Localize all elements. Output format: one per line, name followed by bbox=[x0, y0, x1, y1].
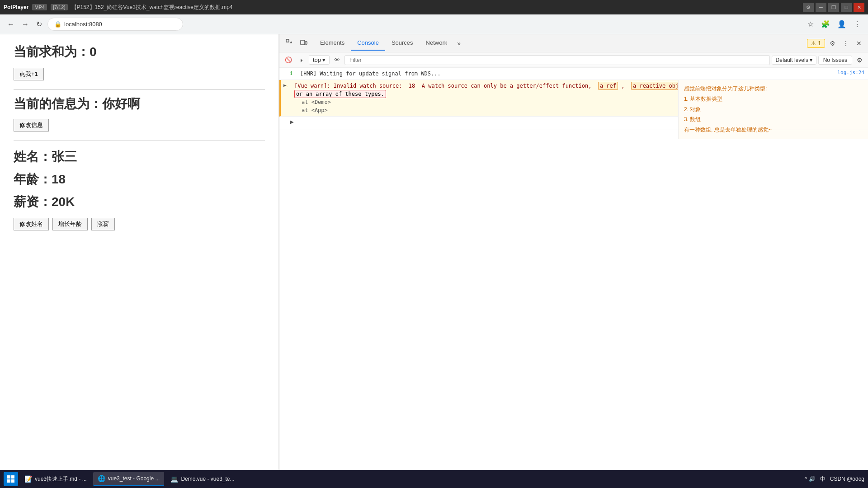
salary-field: 薪资：20K bbox=[14, 193, 265, 211]
edit-name-button[interactable]: 修改姓名 bbox=[14, 218, 49, 230]
expand-more-icon[interactable]: ▶ bbox=[290, 118, 294, 125]
levels-label: Default levels bbox=[776, 57, 808, 63]
tab-sources[interactable]: Sources bbox=[385, 36, 420, 51]
window-controls: ⚙ ─ ❐ □ ✕ bbox=[803, 3, 864, 12]
svg-rect-5 bbox=[7, 479, 10, 483]
device-mode-btn[interactable] bbox=[297, 37, 310, 49]
svg-rect-3 bbox=[7, 475, 10, 479]
context-chevron-icon: ▾ bbox=[322, 56, 326, 63]
devtools-settings-btn[interactable]: ⚙ bbox=[827, 38, 838, 49]
tab-elements[interactable]: Elements bbox=[314, 36, 351, 51]
clear-console-btn[interactable]: 🚫 bbox=[282, 55, 295, 65]
win-close-btn[interactable]: ✕ bbox=[854, 3, 864, 12]
md-icon: 📝 bbox=[24, 475, 32, 483]
bottom-buttons: 修改姓名 增长年龄 涨薪 bbox=[14, 218, 265, 236]
tab-network[interactable]: Network bbox=[420, 36, 454, 51]
context-label: top bbox=[313, 56, 321, 63]
page-content: 当前求和为：0 点我+1 当前的信息为：你好啊 修改信息 姓名：张三 年龄：18… bbox=[0, 34, 279, 488]
warning-badge: ⚠ 1 bbox=[807, 39, 825, 48]
bookmark-star-btn[interactable]: ☆ bbox=[806, 18, 816, 30]
hmr-text: [HMR] Waiting for update signal from WDS… bbox=[300, 70, 441, 77]
console-row-warn: ▶ ⚠ [Vue warn]: Invalid watch source: 18… bbox=[279, 80, 868, 117]
sys-lang[interactable]: 中 bbox=[820, 475, 826, 483]
expand-arrow-icon[interactable]: ▶ bbox=[283, 83, 286, 88]
no-issues-label: No Issues bbox=[818, 56, 852, 65]
taskbar-app-vue3-md[interactable]: 📝 vue3快速上手.md - ... bbox=[20, 472, 91, 486]
hmr-source[interactable]: log.js:24 bbox=[837, 70, 864, 75]
app-name: PotPlayer bbox=[4, 4, 28, 10]
warn-array-highlight: or an array of these types. bbox=[294, 90, 386, 98]
devtools-close-btn[interactable]: ✕ bbox=[854, 38, 864, 49]
tab-console[interactable]: Console bbox=[351, 36, 385, 51]
url-text: localhost:8080 bbox=[64, 21, 102, 28]
message-display: 当前的信息为：你好啊 bbox=[14, 95, 265, 113]
devtools-tabs: Elements Console Sources Network » bbox=[314, 36, 464, 51]
forward-button[interactable]: → bbox=[20, 19, 31, 30]
media-type-badge: MP4 bbox=[32, 4, 47, 10]
name-field: 姓名：张三 bbox=[14, 148, 265, 165]
preserve-log-btn[interactable]: ⏵ bbox=[297, 56, 307, 64]
svg-rect-2 bbox=[305, 42, 307, 44]
edit-info-button[interactable]: 修改信息 bbox=[14, 119, 49, 131]
levels-selector[interactable]: Default levels ▾ bbox=[772, 56, 816, 65]
reload-button[interactable]: ↻ bbox=[34, 18, 44, 30]
filter-input[interactable] bbox=[344, 55, 770, 65]
increment-age-button[interactable]: 增长年龄 bbox=[52, 218, 88, 230]
devtools-toolbar: 🚫 ⏵ top ▾ 👁 Default levels ▾ No Issues ⚙ bbox=[279, 52, 868, 68]
warn-comma: , bbox=[621, 83, 627, 89]
sum-display: 当前求和为：0 bbox=[14, 43, 265, 61]
svg-rect-6 bbox=[11, 479, 14, 483]
main-layout: 当前求和为：0 点我+1 当前的信息为：你好啊 修改信息 姓名：张三 年龄：18… bbox=[0, 34, 868, 488]
hmr-icon: ℹ bbox=[290, 70, 297, 76]
divider-2 bbox=[14, 141, 265, 141]
taskbar-app2-label: vue3_test - Google ... bbox=[108, 475, 160, 482]
svg-rect-1 bbox=[301, 40, 305, 45]
taskbar-app3-label: Demo.vue - vue3_te... bbox=[181, 476, 234, 482]
win-restore-btn[interactable]: ❐ bbox=[828, 3, 839, 12]
divider-1 bbox=[14, 89, 265, 90]
chrome-icon: 🌐 bbox=[98, 475, 105, 482]
annotation-line-1: 感觉前端把对象分为了这几种类型: bbox=[684, 84, 863, 94]
eye-btn[interactable]: 👁 bbox=[331, 55, 343, 65]
taskbar-right: ^ 🔊 中 CSDN @odog bbox=[805, 475, 864, 483]
console-row-arrow: ▶ bbox=[279, 117, 868, 130]
increment-button[interactable]: 点我+1 bbox=[14, 68, 44, 80]
taskbar-app-vscode[interactable]: 💻 Demo.vue - vue3_te... bbox=[166, 472, 239, 486]
vue-warn-prefix: [Vue warn]: Invalid watch source: 18 A w… bbox=[294, 83, 595, 89]
sys-branding: CSDN @odog bbox=[830, 476, 864, 482]
svg-rect-4 bbox=[11, 475, 14, 479]
more-options-btn[interactable]: ⋮ bbox=[852, 18, 863, 30]
profile-btn[interactable]: 👤 bbox=[835, 18, 848, 30]
browser-bar: ← → ↻ 🔒 localhost:8080 ☆ 🧩 👤 ⋮ bbox=[0, 14, 868, 34]
vscode-icon: 💻 bbox=[170, 475, 178, 483]
context-selector[interactable]: top ▾ bbox=[309, 55, 330, 65]
console-settings-btn[interactable]: ⚙ bbox=[854, 55, 865, 65]
browser-action-buttons: ☆ 🧩 👤 ⋮ bbox=[806, 18, 863, 30]
svg-rect-0 bbox=[286, 39, 289, 42]
titlebar: PotPlayer MP4 [7/12] 【P152】152_尚硅谷Vue3技术… bbox=[0, 0, 868, 14]
taskbar-app-chrome[interactable]: 🌐 vue3_test - Google ... bbox=[93, 472, 165, 486]
lock-icon: 🔒 bbox=[54, 21, 61, 28]
devtools-right-actions: ⚠ 1 ⚙ ⋮ ✕ bbox=[807, 38, 864, 49]
start-button[interactable] bbox=[4, 472, 18, 486]
devtools-more-btn[interactable]: ⋮ bbox=[840, 38, 852, 49]
taskbar-app1-label: vue3快速上手.md - ... bbox=[35, 475, 87, 483]
annotation-line-3: 2. 对象 bbox=[684, 104, 863, 115]
raise-salary-button[interactable]: 涨薪 bbox=[91, 218, 115, 230]
win-minimize-btn[interactable]: ─ bbox=[816, 3, 826, 12]
age-field: 年龄：18 bbox=[14, 171, 265, 188]
progress-badge: [7/12] bbox=[51, 4, 68, 10]
back-button[interactable]: ← bbox=[5, 19, 16, 30]
address-bar[interactable]: 🔒 localhost:8080 bbox=[47, 18, 183, 31]
sys-tray: ^ 🔊 bbox=[805, 476, 816, 482]
warn-ref-highlight: a ref bbox=[598, 82, 618, 90]
win-settings-btn[interactable]: ⚙ bbox=[803, 3, 814, 12]
win-maximize-btn[interactable]: □ bbox=[841, 3, 852, 12]
levels-chevron-icon: ▾ bbox=[810, 57, 812, 63]
warn-icon: ⚠ bbox=[811, 40, 816, 47]
console-output: ℹ [HMR] Waiting for update signal from W… bbox=[279, 68, 868, 488]
inspect-element-btn[interactable] bbox=[283, 37, 296, 49]
devtools-panel: Elements Console Sources Network » ⚠ 1 ⚙… bbox=[279, 34, 868, 488]
extension-puzzle-btn[interactable]: 🧩 bbox=[819, 18, 832, 30]
more-tabs-btn[interactable]: » bbox=[453, 37, 464, 50]
